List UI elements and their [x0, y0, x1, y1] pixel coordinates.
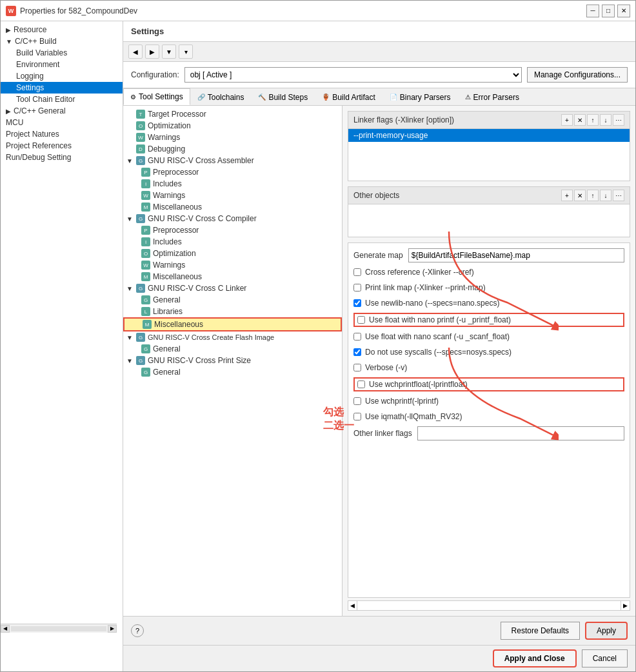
tree-item-cc-preprocessor[interactable]: P Preprocessor: [123, 224, 342, 236]
apply-button[interactable]: Apply: [585, 622, 628, 640]
tree-item-cc-warnings[interactable]: W Warnings: [123, 259, 342, 271]
gnu-risc-c-compiler-icon: G: [136, 214, 145, 223]
minimize-button[interactable]: ─: [586, 5, 599, 17]
add-flag-button[interactable]: +: [561, 114, 573, 126]
scroll-track[interactable]: [11, 626, 106, 631]
scroll-right-arrow[interactable]: ▶: [108, 625, 117, 633]
other-linker-flags-label: Other linker flags: [353, 429, 412, 438]
do-not-use-syscalls-label: Do not use syscalls (--specs=nosys.specs…: [365, 348, 512, 357]
maximize-button[interactable]: □: [602, 5, 615, 17]
generate-map-label: Generate map: [353, 251, 403, 260]
tree-item-asm-miscellaneous[interactable]: M Miscellaneous: [123, 201, 342, 213]
use-iqmath-checkbox[interactable]: [353, 413, 361, 420]
nav-back-button[interactable]: ◀: [128, 44, 143, 59]
tree-item-asm-warnings[interactable]: W Warnings: [123, 190, 342, 201]
asm-includes-icon: I: [141, 179, 150, 188]
sidebar-item-environment[interactable]: Environment: [1, 59, 123, 70]
move-down-button[interactable]: ↓: [600, 114, 611, 126]
use-float-scanf-checkbox[interactable]: [353, 333, 361, 341]
sidebar-item-resource[interactable]: ▶ Resource: [1, 24, 123, 35]
tree-panel: T Target Processor O Optimization W Warn…: [123, 106, 343, 616]
sidebar-item-run-debug-settings[interactable]: Run/Debug Setting: [1, 152, 123, 163]
manage-configurations-button[interactable]: Manage Configurations...: [527, 67, 628, 83]
linker-general-icon: G: [141, 295, 150, 304]
tree-item-cc-miscellaneous[interactable]: M Miscellaneous: [123, 271, 342, 282]
sidebar-item-cpp-build[interactable]: ▼ C/C++ Build: [1, 35, 123, 47]
move-up-button[interactable]: ↑: [587, 114, 599, 126]
tab-tool-settings[interactable]: ⚙ Tool Settings: [123, 88, 190, 105]
tree-item-optimization[interactable]: O Optimization: [123, 120, 342, 132]
sidebar-item-build-variables[interactable]: Build Variables: [1, 47, 123, 59]
sidebar-item-cpp-general[interactable]: ▶ C/C++ General: [1, 105, 123, 117]
use-newlib-checkbox[interactable]: [353, 299, 361, 307]
apply-and-close-button[interactable]: Apply and Close: [493, 649, 577, 667]
sidebar-item-project-references[interactable]: Project References: [1, 140, 123, 152]
move-obj-down-button[interactable]: ↓: [600, 190, 611, 201]
toolchains-icon: 🔗: [197, 94, 205, 101]
tab-binary-parsers[interactable]: 📄 Binary Parsers: [383, 88, 458, 105]
sidebar-item-project-natures[interactable]: Project Natures: [1, 128, 123, 140]
tree-item-linker-libraries[interactable]: L Libraries: [123, 306, 342, 317]
nav-forward-button[interactable]: ▶: [145, 44, 159, 59]
target-processor-icon: T: [136, 110, 145, 119]
tree-item-print-general[interactable]: G General: [123, 366, 342, 378]
tab-build-artifact[interactable]: 🏺 Build Artifact: [315, 88, 383, 105]
tab-build-steps[interactable]: 🔨 Build Steps: [251, 88, 315, 105]
use-wchprintf-checkbox[interactable]: [353, 397, 361, 405]
tree-item-linker-miscellaneous[interactable]: M Miscellaneous: [123, 317, 342, 331]
close-button[interactable]: ✕: [617, 5, 630, 17]
tree-item-cc-includes[interactable]: I Includes: [123, 236, 342, 248]
window-title: Properties for 582_CompoundDev: [20, 6, 586, 15]
tab-error-parsers[interactable]: ⚠ Error Parsers: [458, 88, 526, 105]
other-linker-flags-input[interactable]: [417, 426, 624, 440]
tree-item-debugging[interactable]: D Debugging: [123, 143, 342, 155]
generate-map-input[interactable]: [408, 248, 624, 262]
sidebar-item-logging[interactable]: Logging: [1, 70, 123, 82]
linker-flags-item[interactable]: --print-memory-usage: [348, 129, 630, 142]
tree-item-gnu-risc-flash[interactable]: ▼ G GNU RISC-V Cross Create Flash Image: [123, 331, 342, 343]
scroll-left[interactable]: ◀: [348, 601, 357, 610]
left-panel-scrollbar[interactable]: ◀ ▶: [1, 624, 117, 633]
config-select[interactable]: obj [ Active ]: [184, 67, 522, 83]
tree-item-asm-includes[interactable]: I Includes: [123, 178, 342, 190]
sidebar-item-settings[interactable]: Settings: [1, 82, 123, 94]
tab-tool-settings-label: Tool Settings: [139, 92, 183, 101]
tree-item-gnu-risc-c-compiler[interactable]: ▼ G GNU RISC-V Cross C Compiler: [123, 213, 342, 224]
restore-defaults-button[interactable]: Restore Defaults: [501, 622, 580, 640]
use-newlib-row: Use newlib-nano (--specs=nano.specs): [353, 297, 624, 309]
use-wchprintfloat-checkbox[interactable]: [357, 380, 365, 388]
tree-item-warnings[interactable]: W Warnings: [123, 132, 342, 143]
delete-obj-button[interactable]: ✕: [574, 190, 586, 201]
tree-item-target-processor[interactable]: T Target Processor: [123, 108, 342, 120]
obj-options-button[interactable]: ⋯: [613, 190, 624, 201]
help-button[interactable]: ?: [131, 624, 144, 637]
print-link-map-checkbox[interactable]: [353, 284, 361, 292]
flag-options-button[interactable]: ⋯: [613, 114, 624, 126]
verbose-checkbox[interactable]: [353, 364, 361, 371]
scroll-right[interactable]: ▶: [621, 601, 630, 610]
nav-menu-button[interactable]: ▾: [179, 44, 193, 59]
sidebar-item-mcu[interactable]: MCU: [1, 117, 123, 128]
tab-toolchains[interactable]: 🔗 Toolchains: [190, 88, 252, 105]
cc-optimization-icon: O: [141, 249, 150, 258]
sidebar-item-tool-chain-editor[interactable]: Tool Chain Editor: [1, 94, 123, 105]
delete-flag-button[interactable]: ✕: [574, 114, 586, 126]
tree-item-cc-optimization[interactable]: O Optimization: [123, 248, 342, 259]
cross-ref-checkbox[interactable]: [353, 268, 361, 276]
tab-build-steps-label: Build Steps: [268, 93, 308, 102]
tree-item-gnu-risc-assembler[interactable]: ▼ G GNU RISC-V Cross Assembler: [123, 155, 342, 166]
scroll-left-arrow[interactable]: ◀: [1, 625, 10, 633]
nav-down-button[interactable]: ▼: [162, 44, 176, 59]
use-float-printf-checkbox[interactable]: [357, 316, 365, 324]
cancel-button[interactable]: Cancel: [582, 649, 628, 667]
settings-body: T Target Processor O Optimization W Warn…: [123, 106, 635, 616]
horizontal-scrollbar[interactable]: ◀ ▶: [348, 600, 630, 611]
move-obj-up-button[interactable]: ↑: [587, 190, 599, 201]
tree-item-asm-preprocessor[interactable]: P Preprocessor: [123, 166, 342, 178]
tree-item-linker-general[interactable]: G General: [123, 294, 342, 306]
tree-item-gnu-risc-c-linker[interactable]: ▼ G GNU RISC-V Cross C Linker: [123, 282, 342, 294]
do-not-use-syscalls-checkbox[interactable]: [353, 348, 361, 356]
tree-item-gnu-risc-print-size[interactable]: ▼ G GNU RISC-V Cross Print Size: [123, 355, 342, 366]
add-obj-button[interactable]: +: [561, 190, 573, 201]
tree-item-flash-general[interactable]: G General: [123, 343, 342, 355]
